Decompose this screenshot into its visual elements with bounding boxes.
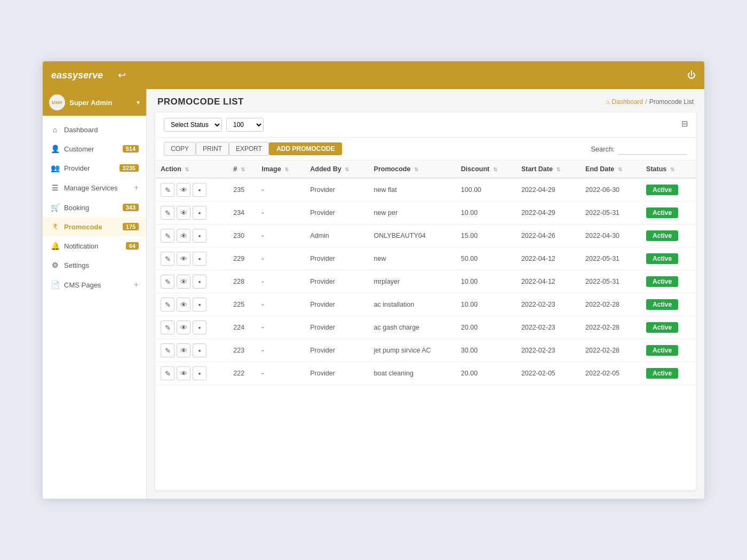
- delete-button[interactable]: ▪: [193, 229, 206, 243]
- row-image: -: [257, 362, 305, 385]
- table-row: ✎ 👁 ▪ 223 - Provider jet pump sirvice AC…: [155, 339, 696, 362]
- row-end-date: 2022-02-28: [580, 339, 641, 362]
- status-filter-select[interactable]: Select Status: [164, 118, 222, 132]
- add-promocode-button[interactable]: ADD PROMOCODE: [269, 142, 342, 155]
- view-button[interactable]: 👁: [177, 206, 190, 220]
- view-button[interactable]: 👁: [177, 321, 190, 334]
- notification-badge: 64: [126, 242, 139, 250]
- status-badge: Active: [646, 368, 678, 379]
- sidebar-item-customer[interactable]: 👤 Customer 514: [43, 139, 146, 158]
- view-button[interactable]: 👁: [177, 366, 190, 380]
- row-discount: 50.00: [456, 247, 516, 270]
- row-status: Active: [641, 339, 696, 362]
- breadcrumb-current: Promocode List: [649, 98, 694, 106]
- power-icon[interactable]: ⏻: [687, 70, 696, 80]
- delete-button[interactable]: ▪: [193, 252, 206, 266]
- sidebar-item-cms-pages[interactable]: 📄 CMS Pages +: [43, 275, 146, 295]
- delete-button[interactable]: ▪: [193, 275, 206, 289]
- view-button[interactable]: 👁: [177, 252, 190, 266]
- nav-toggle-button[interactable]: ↩: [118, 69, 126, 81]
- delete-button[interactable]: ▪: [193, 343, 206, 357]
- row-start-date: 2022-02-23: [516, 339, 580, 362]
- per-page-select[interactable]: 100 50 25: [226, 118, 264, 132]
- row-status: Active: [641, 247, 696, 270]
- delete-button[interactable]: ▪: [193, 366, 206, 380]
- edit-button[interactable]: ✎: [161, 366, 174, 380]
- row-actions-cell: ✎ 👁 ▪: [155, 225, 228, 247]
- brand-name: eassyserve: [51, 70, 103, 81]
- sidebar-item-notification[interactable]: 🔔 Notification 64: [43, 236, 146, 255]
- row-end-date: 2022-05-31: [580, 202, 641, 225]
- edit-button[interactable]: ✎: [161, 321, 174, 334]
- edit-button[interactable]: ✎: [161, 252, 174, 266]
- user-chevron-icon[interactable]: ▾: [137, 99, 140, 106]
- row-added-by: Provider: [305, 293, 368, 316]
- settings-icon: ⚙: [50, 261, 60, 269]
- row-discount: 20.00: [456, 316, 516, 339]
- row-num: 228: [228, 270, 256, 293]
- search-input[interactable]: [618, 143, 687, 155]
- promocode-table: Action ⇅ # ⇅ Image ⇅: [155, 161, 696, 385]
- row-status: Active: [641, 316, 696, 339]
- breadcrumb-home[interactable]: Dashboard: [612, 98, 643, 106]
- row-promocode: jet pump sirvice AC: [369, 339, 456, 362]
- row-image: -: [257, 316, 305, 339]
- table-row: ✎ 👁 ▪ 222 - Provider boat cleaning 20.00…: [155, 362, 696, 385]
- main-area: User Super Admin ▾ ⌂ Dashboard 👤 Custome…: [43, 89, 704, 499]
- view-button[interactable]: 👁: [177, 275, 190, 289]
- delete-button[interactable]: ▪: [193, 206, 206, 220]
- edit-button[interactable]: ✎: [161, 229, 174, 243]
- row-promocode: new per: [369, 202, 456, 225]
- table-row: ✎ 👁 ▪ 229 - Provider new 50.00 2022-04-1…: [155, 247, 696, 270]
- export-button[interactable]: EXPORT: [229, 142, 269, 156]
- sidebar-item-provider[interactable]: 👥 Provider 3235: [43, 158, 146, 178]
- row-actions-cell: ✎ 👁 ▪: [155, 293, 228, 316]
- print-button[interactable]: PRINT: [196, 142, 229, 156]
- row-actions-cell: ✎ 👁 ▪: [155, 316, 228, 339]
- sidebar-item-promocode[interactable]: ₹ Promocode 175: [43, 217, 146, 236]
- row-status: Active: [641, 202, 696, 225]
- delete-button[interactable]: ▪: [193, 183, 206, 197]
- sidebar-item-label: Dashboard: [64, 126, 139, 134]
- customer-badge: 514: [123, 145, 139, 153]
- row-added-by: Provider: [305, 270, 368, 293]
- row-actions-cell: ✎ 👁 ▪: [155, 202, 228, 225]
- sidebar-item-manage-services[interactable]: ☰ Manage Services +: [43, 178, 146, 198]
- copy-button[interactable]: COPY: [164, 142, 196, 156]
- row-actions-cell: ✎ 👁 ▪: [155, 362, 228, 385]
- view-button[interactable]: 👁: [177, 229, 190, 243]
- sidebar-item-booking[interactable]: 🛒 Booking 343: [43, 198, 146, 217]
- delete-button[interactable]: ▪: [193, 321, 206, 334]
- edit-button[interactable]: ✎: [161, 275, 174, 289]
- sidebar-item-settings[interactable]: ⚙ Settings: [43, 255, 146, 275]
- edit-button[interactable]: ✎: [161, 206, 174, 220]
- status-badge: Active: [646, 185, 678, 195]
- edit-button[interactable]: ✎: [161, 343, 174, 357]
- booking-icon: 🛒: [50, 203, 60, 212]
- row-discount: 100.00: [456, 178, 516, 202]
- promocode-icon: ₹: [50, 222, 60, 231]
- sidebar-item-dashboard[interactable]: ⌂ Dashboard: [43, 120, 146, 139]
- row-added-by: Provider: [305, 178, 368, 202]
- row-promocode: mrplayer: [369, 270, 456, 293]
- row-image: -: [257, 270, 305, 293]
- table-row: ✎ 👁 ▪ 230 - Admin ONLYBEAUTY04 15.00 202…: [155, 225, 696, 247]
- export-square-icon[interactable]: ⊟: [681, 119, 688, 129]
- row-start-date: 2022-02-23: [516, 293, 580, 316]
- view-button[interactable]: 👁: [177, 298, 190, 311]
- col-status: Status ⇅: [641, 161, 696, 178]
- row-discount: 10.00: [456, 293, 516, 316]
- status-badge: Active: [646, 276, 678, 287]
- view-button[interactable]: 👁: [177, 183, 190, 197]
- services-icon: ☰: [50, 183, 60, 192]
- row-added-by: Admin: [305, 225, 368, 247]
- row-status: Active: [641, 270, 696, 293]
- edit-button[interactable]: ✎: [161, 298, 174, 311]
- services-plus-icon: +: [134, 183, 139, 193]
- view-button[interactable]: 👁: [177, 343, 190, 357]
- delete-button[interactable]: ▪: [193, 298, 206, 311]
- row-num: 222: [228, 362, 256, 385]
- row-promocode: ac gash charge: [369, 316, 456, 339]
- edit-button[interactable]: ✎: [161, 183, 174, 197]
- row-actions-cell: ✎ 👁 ▪: [155, 270, 228, 293]
